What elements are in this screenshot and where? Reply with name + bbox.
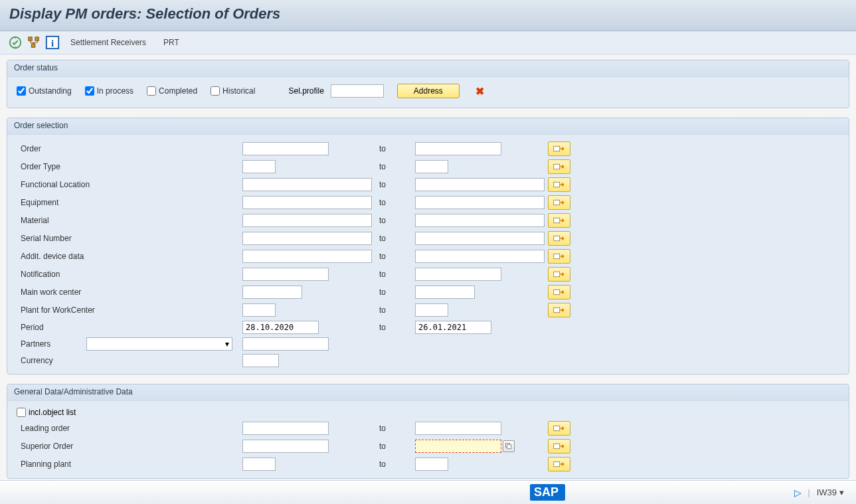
planplant-from-input[interactable] — [242, 458, 276, 471]
multi-select-icon[interactable] — [548, 195, 570, 210]
material-from-input[interactable] — [242, 214, 372, 227]
chevron-down-icon: ▾ — [839, 487, 844, 497]
completed-label: Completed — [159, 86, 197, 96]
notif-label: Notification — [17, 270, 242, 279]
info-icon[interactable]: i — [45, 35, 60, 50]
outstanding-checkbox[interactable]: Outstanding — [17, 86, 72, 96]
multi-select-icon[interactable] — [548, 141, 570, 156]
historical-chk-input[interactable] — [211, 86, 220, 96]
plantwc-from-input[interactable] — [242, 303, 276, 317]
to-label: to — [375, 162, 415, 171]
ordertype-to-input[interactable] — [415, 160, 448, 173]
equipment-label: Equipment — [17, 198, 242, 207]
funcloc-to-input[interactable] — [415, 178, 545, 191]
serial-to-input[interactable] — [415, 232, 545, 245]
equipment-from-input[interactable] — [242, 196, 372, 209]
to-label: to — [375, 144, 415, 153]
to-label: to — [375, 216, 415, 225]
settlement-receivers-button[interactable]: Settlement Receivers — [64, 37, 153, 48]
material-to-input[interactable] — [415, 214, 545, 227]
period-from-input[interactable] — [242, 321, 319, 334]
partners-label: Partners — [17, 339, 86, 349]
delete-icon[interactable]: ✖ — [475, 85, 484, 98]
funcloc-from-input[interactable] — [242, 178, 372, 191]
addit-to-input[interactable] — [415, 250, 545, 263]
prt-button[interactable]: PRT — [157, 37, 186, 48]
inprocess-chk-input[interactable] — [85, 86, 94, 96]
historical-label: Historical — [222, 86, 255, 96]
svg-text:i: i — [51, 38, 54, 48]
to-label: to — [375, 180, 415, 189]
ordertype-from-input[interactable] — [242, 160, 276, 173]
currency-input[interactable] — [242, 354, 279, 367]
completed-checkbox[interactable]: Completed — [147, 86, 197, 96]
multi-select-icon[interactable] — [548, 267, 570, 282]
serial-from-input[interactable] — [242, 232, 372, 245]
partners-value-input[interactable] — [242, 337, 329, 351]
hierarchy-icon[interactable] — [27, 35, 41, 50]
search-help-icon[interactable] — [503, 440, 515, 452]
partners-dropdown[interactable]: ▾ — [86, 337, 232, 351]
completed-chk-input[interactable] — [147, 86, 156, 96]
to-label: to — [375, 234, 415, 243]
to-label: to — [375, 442, 415, 451]
selprofile-input[interactable] — [331, 84, 384, 98]
status-bar: SAP ▷ | IW39 ▾ — [0, 480, 856, 504]
tcode-text: IW39 — [817, 487, 837, 497]
planplant-label: Planning plant — [17, 460, 242, 469]
order-to-input[interactable] — [415, 142, 501, 155]
chevron-down-icon: ▾ — [225, 339, 229, 349]
multi-select-icon[interactable] — [548, 159, 570, 174]
svg-rect-2 — [35, 37, 39, 41]
equipment-to-input[interactable] — [415, 196, 545, 209]
plantwc-to-input[interactable] — [415, 303, 448, 317]
inprocess-label: In process — [97, 86, 133, 96]
multi-select-icon[interactable] — [548, 303, 570, 317]
svg-rect-9 — [554, 200, 560, 205]
outstanding-chk-input[interactable] — [17, 86, 26, 96]
ordertype-label: Order Type — [17, 162, 242, 171]
multi-select-icon[interactable] — [548, 249, 570, 264]
incl-objlist-label: incl.object list — [29, 408, 76, 417]
leading-to-input[interactable] — [415, 422, 501, 435]
transaction-code[interactable]: IW39 ▾ — [817, 487, 844, 497]
superior-from-input[interactable] — [242, 440, 329, 453]
play-icon[interactable]: ▷ — [794, 487, 802, 498]
multi-select-icon[interactable] — [548, 213, 570, 228]
period-label: Period — [17, 323, 242, 332]
multi-select-icon[interactable] — [548, 285, 570, 299]
order-from-input[interactable] — [242, 142, 329, 155]
order-selection-group: Order selection Order to Order Type to F… — [7, 118, 849, 375]
mainwc-from-input[interactable] — [242, 286, 302, 299]
period-to-input[interactable] — [415, 321, 491, 334]
to-label: to — [375, 424, 415, 433]
incl-objlist-chk-input[interactable] — [17, 408, 26, 417]
svg-rect-16 — [554, 426, 560, 431]
plantwc-label: Plant for WorkCenter — [17, 305, 242, 315]
svg-rect-19 — [554, 444, 560, 449]
to-label: to — [375, 460, 415, 469]
multi-select-icon[interactable] — [548, 439, 570, 454]
svg-rect-8 — [554, 182, 560, 187]
notif-to-input[interactable] — [415, 268, 501, 281]
mainwc-to-input[interactable] — [415, 286, 475, 299]
svg-rect-7 — [554, 164, 560, 169]
inprocess-checkbox[interactable]: In process — [85, 86, 133, 96]
multi-select-icon[interactable] — [548, 177, 570, 192]
historical-checkbox[interactable]: Historical — [211, 86, 255, 96]
multi-select-icon[interactable] — [548, 421, 570, 436]
execute-icon[interactable] — [8, 35, 23, 50]
planplant-to-input[interactable] — [415, 458, 448, 471]
general-data-group: General Data/Administrative Data incl.ob… — [7, 384, 849, 479]
addit-label: Addit. device data — [17, 252, 242, 261]
outstanding-label: Outstanding — [29, 86, 72, 96]
multi-select-icon[interactable] — [548, 457, 570, 471]
addit-from-input[interactable] — [242, 250, 372, 263]
multi-select-icon[interactable] — [548, 231, 570, 246]
notif-from-input[interactable] — [242, 268, 329, 281]
address-button[interactable]: Address — [397, 84, 460, 98]
superior-to-input[interactable] — [415, 440, 501, 453]
leading-from-input[interactable] — [242, 422, 329, 435]
content-area: Order status Outstanding In process Comp… — [0, 54, 856, 493]
incl-objlist-checkbox[interactable]: incl.object list — [17, 408, 839, 417]
